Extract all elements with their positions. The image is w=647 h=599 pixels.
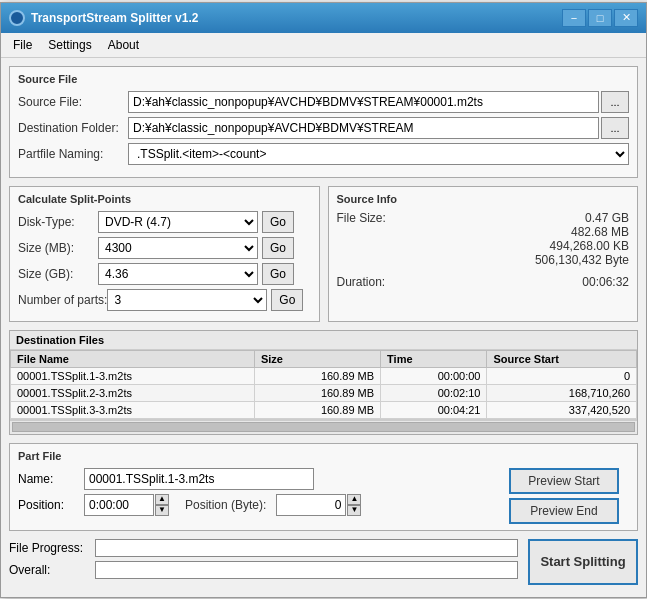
- num-parts-label: Number of parts:: [18, 293, 107, 307]
- row1-size: 160.89 MB: [254, 367, 380, 384]
- row1-time: 00:00:00: [381, 367, 487, 384]
- table-row[interactable]: 00001.TSSplit.3-3.m2ts 160.89 MB 00:04:2…: [11, 401, 637, 418]
- num-parts-row: Number of parts: 3 Go: [18, 289, 311, 311]
- position-byte-input[interactable]: [276, 494, 346, 516]
- position-byte-label: Position (Byte):: [185, 498, 266, 512]
- part-file-title: Part File: [18, 450, 629, 462]
- horizontal-scrollbar[interactable]: [12, 422, 635, 432]
- byte-up-button[interactable]: ▲: [347, 494, 361, 505]
- maximize-button[interactable]: □: [588, 9, 612, 27]
- source-file-label: Source File:: [18, 95, 128, 109]
- overall-progress-bar-container: [95, 561, 518, 579]
- destination-files-section: Destination Files File Name Size Time So…: [9, 330, 638, 435]
- part-position-row: Position: ▲ ▼ Position (Byte):: [18, 494, 501, 516]
- size-mb-row: Size (MB): 4300 Go: [18, 237, 311, 259]
- file-size-label: File Size:: [337, 211, 417, 267]
- col-time: Time: [381, 350, 487, 367]
- menu-about[interactable]: About: [100, 35, 147, 55]
- part-name-label: Name:: [18, 472, 78, 486]
- disk-type-select[interactable]: DVD-R (4.7) DVD+R (4.7) BD-R (25) BD-R (…: [98, 211, 258, 233]
- disk-type-go-button[interactable]: Go: [262, 211, 294, 233]
- calculate-title: Calculate Split-Points: [18, 193, 311, 205]
- file-size-kb: 494,268.00 KB: [417, 239, 630, 253]
- num-parts-select[interactable]: 3: [107, 289, 267, 311]
- position-spinner: ▲ ▼: [84, 494, 169, 516]
- start-splitting-button[interactable]: Start Splitting: [528, 539, 638, 585]
- window-title: TransportStream Splitter v1.2: [31, 11, 562, 25]
- size-mb-go-button[interactable]: Go: [262, 237, 294, 259]
- preview-start-button[interactable]: Preview Start: [509, 468, 619, 494]
- size-gb-go-button[interactable]: Go: [262, 263, 294, 285]
- app-icon: [9, 10, 25, 26]
- source-file-title: Source File: [18, 73, 629, 85]
- row2-name: 00001.TSSplit.2-3.m2ts: [11, 384, 255, 401]
- source-file-section: Source File Source File: ... Destination…: [9, 66, 638, 178]
- partfile-naming-select[interactable]: .TSSplit.<item>-<count>: [128, 143, 629, 165]
- destination-files-table-container[interactable]: File Name Size Time Source Start 00001.T…: [10, 350, 637, 420]
- size-mb-label: Size (MB):: [18, 241, 98, 255]
- dest-folder-label: Destination Folder:: [18, 121, 128, 135]
- progress-area: File Progress: Overall:: [9, 539, 518, 583]
- horizontal-scrollbar-area: [10, 420, 637, 434]
- row1-source-start: 0: [487, 367, 637, 384]
- num-parts-go-button[interactable]: Go: [271, 289, 303, 311]
- preview-end-button[interactable]: Preview End: [509, 498, 619, 524]
- position-time-input[interactable]: [84, 494, 154, 516]
- file-size-byte: 506,130,432 Byte: [417, 253, 630, 267]
- part-position-label: Position:: [18, 498, 78, 512]
- duration-label: Duration:: [337, 275, 417, 289]
- byte-down-button[interactable]: ▼: [347, 505, 361, 516]
- table-header-row: File Name Size Time Source Start: [11, 350, 637, 367]
- disk-type-row: Disk-Type: DVD-R (4.7) DVD+R (4.7) BD-R …: [18, 211, 311, 233]
- col-file-name: File Name: [11, 350, 255, 367]
- source-info-panel: Source Info File Size: 0.47 GB 482.68 MB…: [328, 186, 639, 322]
- overall-progress-label: Overall:: [9, 563, 89, 577]
- part-name-row: Name:: [18, 468, 501, 490]
- row2-size: 160.89 MB: [254, 384, 380, 401]
- position-spinner-buttons: ▲ ▼: [155, 494, 169, 516]
- disk-type-label: Disk-Type:: [18, 215, 98, 229]
- row1-name: 00001.TSSplit.1-3.m2ts: [11, 367, 255, 384]
- part-file-left: Name: Position: ▲ ▼ Position (Byte):: [18, 468, 501, 524]
- row3-time: 00:04:21: [381, 401, 487, 418]
- close-button[interactable]: ✕: [614, 9, 638, 27]
- duration-row: Duration: 00:06:32: [337, 275, 630, 289]
- file-size-values: 0.47 GB 482.68 MB 494,268.00 KB 506,130,…: [417, 211, 630, 267]
- source-file-input[interactable]: [128, 91, 599, 113]
- size-gb-row: Size (GB): 4.36 Go: [18, 263, 311, 285]
- file-progress-row: File Progress:: [9, 539, 518, 557]
- byte-position-wrap: ▲ ▼: [276, 494, 361, 516]
- table-row[interactable]: 00001.TSSplit.2-3.m2ts 160.89 MB 00:02:1…: [11, 384, 637, 401]
- size-gb-label: Size (GB):: [18, 267, 98, 281]
- dest-folder-row: Destination Folder: ...: [18, 117, 629, 139]
- file-size-mb: 482.68 MB: [417, 225, 630, 239]
- title-bar-buttons: − □ ✕: [562, 9, 638, 27]
- size-gb-select[interactable]: 4.36: [98, 263, 258, 285]
- row3-source-start: 337,420,520: [487, 401, 637, 418]
- part-name-input[interactable]: [84, 468, 314, 490]
- position-down-button[interactable]: ▼: [155, 505, 169, 516]
- row3-name: 00001.TSSplit.3-3.m2ts: [11, 401, 255, 418]
- size-mb-select[interactable]: 4300: [98, 237, 258, 259]
- partfile-row: Partfile Naming: .TSSplit.<item>-<count>: [18, 143, 629, 165]
- menu-bar: File Settings About: [1, 33, 646, 58]
- source-info-title: Source Info: [337, 193, 630, 205]
- part-file-content: Name: Position: ▲ ▼ Position (Byte):: [18, 468, 629, 524]
- minimize-button[interactable]: −: [562, 9, 586, 27]
- file-progress-bar-container: [95, 539, 518, 557]
- title-bar: TransportStream Splitter v1.2 − □ ✕: [1, 3, 646, 33]
- source-file-browse-button[interactable]: ...: [601, 91, 629, 113]
- dest-folder-input[interactable]: [128, 117, 599, 139]
- position-up-button[interactable]: ▲: [155, 494, 169, 505]
- source-file-row: Source File: ...: [18, 91, 629, 113]
- partfile-label: Partfile Naming:: [18, 147, 128, 161]
- main-window: TransportStream Splitter v1.2 − □ ✕ File…: [0, 2, 647, 598]
- destination-files-title: Destination Files: [10, 331, 637, 350]
- row2-source-start: 168,710,260: [487, 384, 637, 401]
- destination-files-table: File Name Size Time Source Start 00001.T…: [10, 350, 637, 419]
- table-row[interactable]: 00001.TSSplit.1-3.m2ts 160.89 MB 00:00:0…: [11, 367, 637, 384]
- menu-file[interactable]: File: [5, 35, 40, 55]
- menu-settings[interactable]: Settings: [40, 35, 99, 55]
- row3-size: 160.89 MB: [254, 401, 380, 418]
- dest-folder-browse-button[interactable]: ...: [601, 117, 629, 139]
